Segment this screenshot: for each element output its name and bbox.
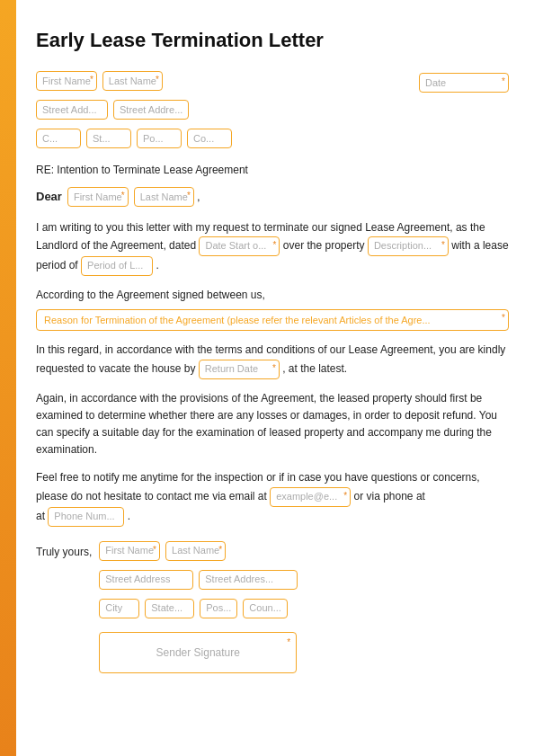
dear-label: Dear: [36, 188, 62, 206]
street-row: Street Add... Street Addre...: [36, 100, 232, 120]
closing-street-addr1-field[interactable]: Street Address: [99, 570, 193, 590]
country-field[interactable]: Co...: [187, 129, 232, 148]
closing-country-field[interactable]: Coun...: [243, 599, 288, 618]
street-addr2-field[interactable]: Street Addre...: [113, 100, 189, 120]
closing-fields: First Name * Last Name * Street Address: [99, 541, 298, 673]
re-line: RE: Intention to Terminate Lease Agreeme…: [36, 162, 509, 178]
closing-street-row: Street Address Street Addres...: [99, 570, 298, 590]
left-accent-bar: [0, 0, 16, 756]
closing-street-addr2-field[interactable]: Street Addres...: [199, 570, 298, 590]
date-start-field[interactable]: Date Start o... *: [199, 236, 280, 256]
date-field[interactable]: Date *: [419, 73, 509, 93]
city-field[interactable]: C...: [36, 129, 81, 148]
body-paragraph-2: According to the Agreement signed betwee…: [36, 287, 509, 331]
dear-first-name-field[interactable]: First Name *: [67, 187, 129, 207]
email-field[interactable]: example@e... *: [270, 487, 351, 507]
closing-city-field[interactable]: City: [99, 599, 139, 618]
body-paragraph-3: In this regard, in accordance with the t…: [36, 342, 509, 378]
closing-postal-field[interactable]: Pos...: [200, 599, 237, 618]
closing-first-name-field[interactable]: First Name *: [99, 541, 160, 561]
name-row: First Name * Last Name *: [36, 71, 232, 91]
closing-last-name-field[interactable]: Last Name *: [165, 541, 226, 561]
last-name-field[interactable]: Last Name *: [102, 71, 163, 91]
closing-section: Truly yours, First Name * Last Name *: [36, 541, 509, 673]
closing-city-row: City State... Pos... Coun...: [99, 599, 298, 618]
city-state-row: C... St... Po... Co...: [36, 129, 232, 148]
page-title: Early Lease Termination Letter: [36, 25, 509, 55]
dear-row: Dear First Name * Last Name * ,: [36, 187, 509, 207]
return-date-field[interactable]: Return Date *: [199, 360, 280, 379]
street-addr1-field[interactable]: Street Add...: [36, 100, 108, 120]
description-field[interactable]: Description... *: [368, 236, 449, 256]
first-name-field[interactable]: First Name *: [36, 71, 97, 91]
truly-row: Truly yours, First Name * Last Name *: [36, 541, 509, 673]
postal-field[interactable]: Po...: [137, 129, 182, 148]
body-paragraph-1: I am writing to you this letter with my …: [36, 219, 509, 276]
body-paragraph-4: Again, in accordance with the provisions…: [36, 390, 509, 459]
dear-comma: ,: [197, 188, 200, 206]
closing-name-row: First Name * Last Name *: [99, 541, 298, 561]
dear-last-name-field[interactable]: Last Name *: [134, 187, 194, 207]
phone-field[interactable]: Phone Num...: [48, 507, 124, 527]
sender-address-block: First Name * Last Name * Street Add... S…: [36, 71, 232, 153]
state-field[interactable]: St...: [86, 129, 131, 148]
period-field[interactable]: Period of L...: [81, 256, 153, 276]
signature-box[interactable]: Sender Signature *: [99, 632, 297, 673]
body-paragraph-5: Feel free to notify me anytime for the i…: [36, 469, 509, 526]
truly-label: Truly yours,: [36, 541, 92, 560]
header-section: First Name * Last Name * Street Add... S…: [36, 71, 509, 153]
reason-field[interactable]: Reason for Termination of the Agreement …: [36, 309, 509, 331]
closing-state-field[interactable]: State...: [145, 599, 194, 618]
